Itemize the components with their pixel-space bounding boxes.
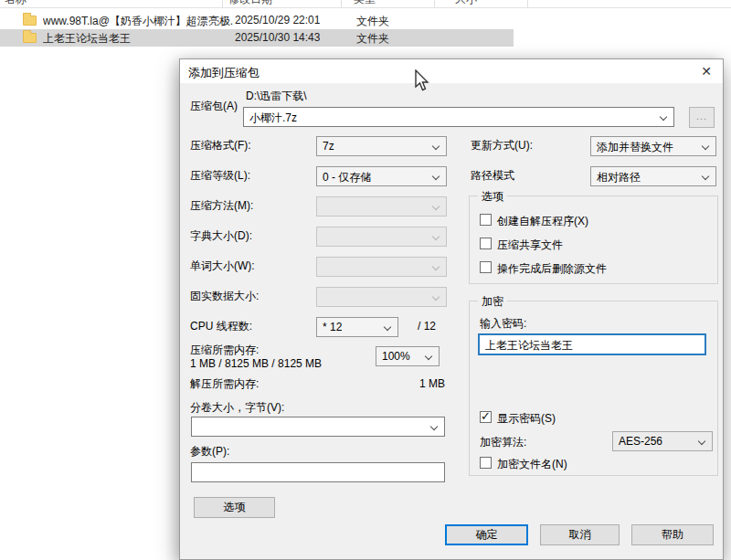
file-type: 文件夹 [356,31,389,47]
file-name[interactable]: www.98T.la@【奶香小椰汁】超漂亮极... [43,14,233,29]
decompress-memory-label: 解压所需内存: [190,377,259,391]
file-type: 文件夹 [356,14,389,29]
format-value: 7z [323,140,334,153]
folder-icon [23,16,37,26]
archive-name-value: 小椰汁.7z [249,111,297,126]
checkbox-unchecked[interactable] [480,457,492,469]
encryption-group-label: 加密 [478,294,507,310]
memory-percent-select[interactable]: 100% [376,346,440,366]
encryption-method-value: AES-256 [619,435,662,448]
level-value: 0 - 仅存储 [323,170,371,185]
chevron-down-icon [432,293,440,301]
checkbox-unchecked[interactable] [480,238,492,249]
memory-usage-detail: 1 MB / 8125 MB / 8125 MB [190,357,322,371]
path-mode-value: 相对路径 [597,170,641,185]
column-divider[interactable] [341,0,342,8]
memory-percent-value: 100% [382,350,410,363]
word-size-select-disabled [316,257,447,277]
chevron-down-icon[interactable] [430,423,438,430]
column-divider[interactable] [527,0,528,8]
checkbox-unchecked[interactable] [480,214,492,226]
parameters-input[interactable] [191,462,445,482]
chevron-down-icon[interactable] [660,113,667,121]
column-divider[interactable] [222,0,223,8]
file-date: 2025/10/30 14:43 [235,31,320,44]
archive-path: D:\迅雷下载\ [246,90,307,103]
chevron-down-icon[interactable] [432,173,440,180]
cpu-threads-value: * 12 [323,321,342,333]
volume-size-label: 分卷大小，字节(V): [190,401,284,415]
column-name[interactable]: 名称 [5,0,26,7]
cpu-threads-total: / 12 [418,320,436,333]
encrypt-filenames-label: 加密文件名(N) [497,457,567,472]
checkmark-icon: ✓ [481,409,491,423]
format-label: 压缩格式(F): [190,139,251,153]
encryption-groupbox: 加密 输入密码: 上老王论坛当老王 ✓ 显示密码(S) 加密算法: AES-25… [469,301,718,476]
password-input[interactable]: 上老王论坛当老王 [478,333,706,355]
chevron-down-icon [432,203,440,210]
cpu-threads-select[interactable]: * 12 [316,317,398,337]
browse-button[interactable]: ... [689,107,715,128]
ok-button[interactable]: 确定 [445,524,528,545]
memory-usage-label: 压缩所需内存: [190,343,259,357]
column-divider[interactable] [434,0,435,8]
password-label: 输入密码: [480,317,526,331]
chevron-down-icon [432,263,440,270]
level-select[interactable]: 0 - 仅存储 [316,166,447,186]
column-type[interactable]: 类型 [354,0,376,7]
file-name[interactable]: 上老王论坛当老王 [43,31,233,47]
file-row-selected[interactable]: 上老王论坛当老王 2025/10/30 14:43 文件夹 [0,29,731,47]
create-sfx-label: 创建自解压程序(X) [497,214,588,229]
folder-icon [23,33,37,43]
mouse-cursor [414,69,434,93]
path-mode-select[interactable]: 相对路径 [590,166,716,186]
column-date[interactable]: 修改日期 [228,0,272,7]
method-label: 压缩方法(M): [190,199,253,213]
file-date: 2025/10/29 22:01 [235,14,320,26]
solid-size-select-disabled [316,287,447,307]
column-size[interactable]: 大小 [455,0,477,7]
encryption-method-select[interactable]: AES-256 [612,431,713,451]
chevron-down-icon[interactable] [384,323,391,331]
explorer-column-header[interactable]: 名称 修改日期 类型 大小 [0,0,731,8]
path-mode-label: 路径模式 [471,169,514,183]
update-mode-value: 添加并替换文件 [597,140,673,155]
level-label: 压缩等级(L): [190,169,250,183]
chevron-down-icon[interactable] [702,173,709,180]
chevron-down-icon[interactable] [698,438,705,445]
checkbox-checked[interactable]: ✓ [480,411,492,423]
file-row[interactable]: www.98T.la@【奶香小椰汁】超漂亮极... 2025/10/29 22:… [0,12,731,29]
options-group-label: 选项 [478,189,507,205]
show-password-label: 显示密码(S) [497,411,556,427]
help-button[interactable]: 帮助 [631,524,714,545]
add-to-archive-dialog: 添加到压缩包 ✕ 压缩包(A) D:\迅雷下载\ 小椰汁.7z ... 压缩格式… [179,58,724,560]
word-size-label: 单词大小(W): [190,259,255,273]
update-mode-label: 更新方式(U): [471,139,533,153]
chevron-down-icon [432,233,440,240]
dialog-titlebar[interactable]: 添加到压缩包 ✕ [180,59,723,83]
chevron-down-icon[interactable] [702,143,709,150]
dictionary-select-disabled [316,227,447,247]
method-select-disabled [316,196,447,217]
cancel-button[interactable]: 取消 [540,524,620,545]
checkbox-unchecked[interactable] [480,261,492,273]
chevron-down-icon[interactable] [425,353,432,360]
dictionary-label: 字典大小(D): [190,229,252,243]
archive-name-combobox[interactable]: 小椰汁.7z [243,107,674,127]
chevron-down-icon[interactable] [432,143,440,150]
dialog-title: 添加到压缩包 [188,65,260,81]
cpu-threads-label: CPU 线程数: [190,320,252,333]
archive-label: 压缩包(A) [190,100,238,113]
update-mode-select[interactable]: 添加并替换文件 [590,136,716,156]
format-select[interactable]: 7z [316,136,447,156]
options-button[interactable]: 选项 [194,497,275,518]
decompress-memory-value: 1 MB [363,377,445,391]
delete-after-label: 操作完成后删除源文件 [497,261,607,277]
encryption-method-label: 加密算法: [480,436,526,449]
shared-files-label: 压缩共享文件 [497,238,563,253]
solid-size-label: 固实数据大小: [190,290,259,303]
volume-size-combobox[interactable] [191,417,445,437]
options-groupbox: 选项 创建自解压程序(X) 压缩共享文件 操作完成后删除源文件 [469,195,718,284]
close-icon[interactable]: ✕ [690,59,723,83]
parameters-label: 参数(P): [190,445,229,459]
